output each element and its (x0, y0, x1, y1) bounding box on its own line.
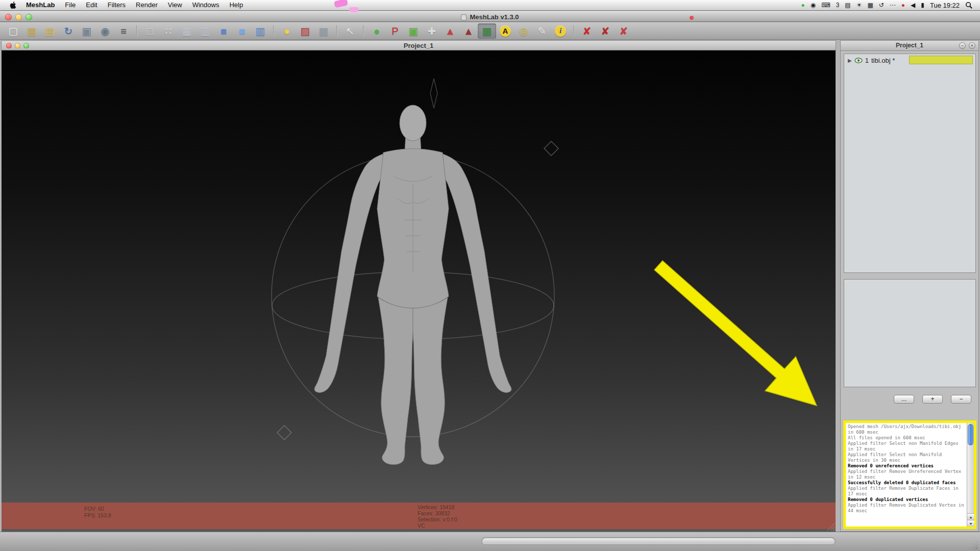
reload-icon[interactable]: ↻ (59, 23, 78, 39)
ink-icon[interactable]: ◉ (811, 0, 816, 11)
menu-windows[interactable]: Windows (187, 0, 225, 11)
layers-icon[interactable]: ≡ (114, 23, 133, 39)
panel-minimize-icon[interactable]: − (959, 42, 966, 49)
snapshot-icon[interactable]: ◉ (96, 23, 114, 39)
window-resize-grip[interactable] (970, 541, 978, 549)
open-mesh-icon[interactable]: ▤ (41, 23, 59, 39)
points-icon[interactable]: ∷ (159, 23, 178, 39)
viewport-3d[interactable]: FOV: 60 FPS: 153.8 Vertices: 15418 Faces… (2, 51, 836, 532)
log-line: Applied filter Remove Unreferenced Verte… (848, 469, 966, 480)
toolbar-separator (336, 25, 337, 37)
project-close-button[interactable] (6, 43, 12, 48)
open-project-icon[interactable]: ▤ (22, 23, 41, 39)
color-fill-icon[interactable]: ▣ (404, 23, 423, 39)
backface-icon[interactable]: ▨ (296, 23, 314, 39)
delete-vertices-icon[interactable]: ✘ (596, 23, 615, 39)
cursor-icon[interactable]: ↖ (341, 23, 359, 39)
menu-render[interactable]: Render (131, 0, 163, 11)
log-line: Applied filter Remove Duplicated Vertex … (848, 503, 966, 514)
screen-sharing-icon[interactable]: ● (801, 0, 805, 11)
flat-shading-icon[interactable]: ■ (214, 23, 233, 39)
visibility-eye-icon[interactable] (854, 58, 863, 63)
layer-more-button[interactable]: ... (894, 395, 914, 404)
info-icon[interactable]: i (551, 23, 570, 39)
menu-file[interactable]: File (60, 0, 81, 11)
spotlight-icon[interactable] (965, 2, 973, 9)
select-vertices-icon[interactable]: ▦ (478, 23, 496, 39)
menubar-clock[interactable]: Tue 19:22 (930, 2, 960, 9)
apple-menu[interactable] (5, 2, 21, 9)
log-line: Opened mesh /Users/ajx/Downloads/tibi.ob… (848, 424, 966, 435)
log-scroll-thumb[interactable] (968, 424, 973, 445)
brightness-icon[interactable]: ☀ (856, 0, 862, 11)
fov-label: FOV: 60 (84, 506, 111, 512)
vertices-label: Vertices: 15418 (418, 504, 457, 510)
screen-artifact (349, 7, 359, 12)
battery-icon[interactable]: ▮ (921, 0, 924, 11)
new-file-icon[interactable]: ▢ (4, 23, 22, 39)
smooth-shading-icon[interactable]: ■ (233, 23, 251, 39)
screen-artifact (690, 16, 694, 20)
log-line: Applied filter Remove Duplicate Faces in… (848, 486, 966, 497)
project-zoom-button[interactable] (23, 43, 29, 48)
zpaint-icon[interactable]: ✎ (533, 23, 551, 39)
layers-panel-title: Project_1 (841, 41, 978, 51)
select-connected-icon[interactable]: ▲ (459, 23, 478, 39)
delete-faces-icon[interactable]: ✘ (578, 23, 596, 39)
scroll-down-icon[interactable]: ▼ (967, 520, 974, 527)
menu-edit[interactable]: Edit (81, 0, 102, 11)
delete-mesh-icon[interactable]: ✘ (615, 23, 633, 39)
panel-close-icon[interactable]: × (969, 42, 975, 49)
scroll-up-icon[interactable]: ▲ (967, 513, 974, 520)
hidden-lines-icon[interactable]: ▥ (196, 23, 214, 39)
toolbar-separator (136, 25, 137, 37)
bbox-icon[interactable]: □ (141, 23, 159, 39)
layer-row-tibi[interactable]: ▶ 1 tibi.obj * (844, 54, 975, 65)
wireframe-icon[interactable]: ▦ (178, 23, 196, 39)
dots-icon[interactable]: ⋯ (890, 0, 896, 11)
select-faces-icon[interactable]: ▲ (441, 23, 459, 39)
edge-mesh-icon[interactable]: ▩ (314, 23, 333, 39)
log-line: Removed 0 duplicated vertices (848, 497, 966, 503)
align-icon[interactable]: A (496, 23, 514, 39)
window-titlebar[interactable]: MeshLab v1.3.0 (0, 11, 980, 22)
texture-icon[interactable]: ▥ (251, 23, 270, 39)
log-output-box[interactable]: Opened mesh /Users/ajx/Downloads/tibi.ob… (843, 420, 976, 529)
horizontal-scroll-thumb[interactable] (483, 538, 834, 544)
volume-icon[interactable]: ◀ (911, 0, 915, 11)
layer-selection-highlight (909, 56, 973, 64)
manipulator-icon[interactable]: ✚ (423, 23, 441, 39)
faces-label: Faces: 30832 (418, 510, 457, 516)
toolbar-separator (273, 25, 274, 37)
apple-icon (10, 2, 16, 9)
log-scrollbar[interactable]: ▲ ▼ (967, 423, 974, 527)
record-icon[interactable]: ● (901, 0, 905, 11)
light-icon[interactable]: ● (278, 23, 296, 39)
horizontal-scrollbar[interactable] (481, 537, 836, 545)
keyboard-brightness-icon[interactable]: ▦ (867, 0, 873, 11)
layer-list: ▶ 1 tibi.obj * (844, 54, 976, 273)
menu-meshlab[interactable]: MeshLab (21, 0, 60, 11)
layers-panel-titlebar[interactable]: Project_1 − × (841, 41, 978, 51)
save-icon[interactable]: ▣ (78, 23, 96, 39)
menu-filters[interactable]: Filters (103, 0, 131, 11)
display-icon[interactable]: ▤ (845, 0, 850, 11)
keyboard-viewer-icon[interactable]: ⌨ (821, 0, 830, 11)
layer-add-button[interactable]: + (922, 395, 943, 404)
window-title: MeshLab v1.3.0 (0, 12, 980, 22)
disclosure-triangle-icon[interactable]: ▶ (848, 58, 852, 63)
menu-view[interactable]: View (163, 0, 187, 11)
vc-label: VC (418, 522, 457, 529)
proxy-icon (461, 14, 467, 20)
trackball-icon[interactable]: ● (368, 23, 386, 39)
layers-panel: Project_1 − × ▶ 1 tibi.obj * ...+− (840, 40, 979, 532)
toolbar: ▢▤▤↻▣◉≡□∷▦▥■■▥●▨▩↖●P▣✚▲▲▦A◎✎i✘✘✘ (0, 22, 980, 40)
project-window-titlebar[interactable]: Project_1 (1, 40, 836, 51)
time-machine-icon[interactable]: ↺ (879, 0, 884, 11)
measure-icon[interactable]: ◎ (514, 23, 533, 39)
menu-help[interactable]: Help (224, 0, 248, 11)
point-picker-icon[interactable]: P (386, 23, 404, 39)
input-source-icon[interactable]: 3 (836, 0, 840, 11)
project-minimize-button[interactable] (15, 43, 20, 48)
layer-remove-button[interactable]: − (951, 395, 971, 404)
